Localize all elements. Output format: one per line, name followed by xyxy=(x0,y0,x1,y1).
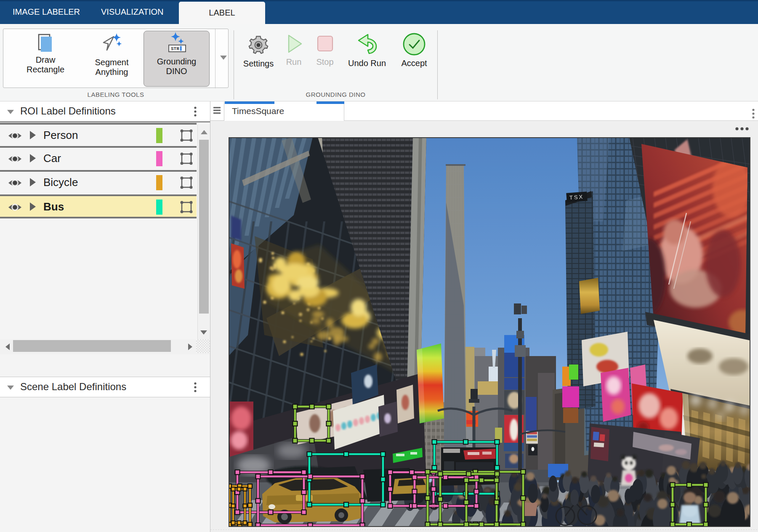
svg-text:STR: STR xyxy=(171,46,179,51)
